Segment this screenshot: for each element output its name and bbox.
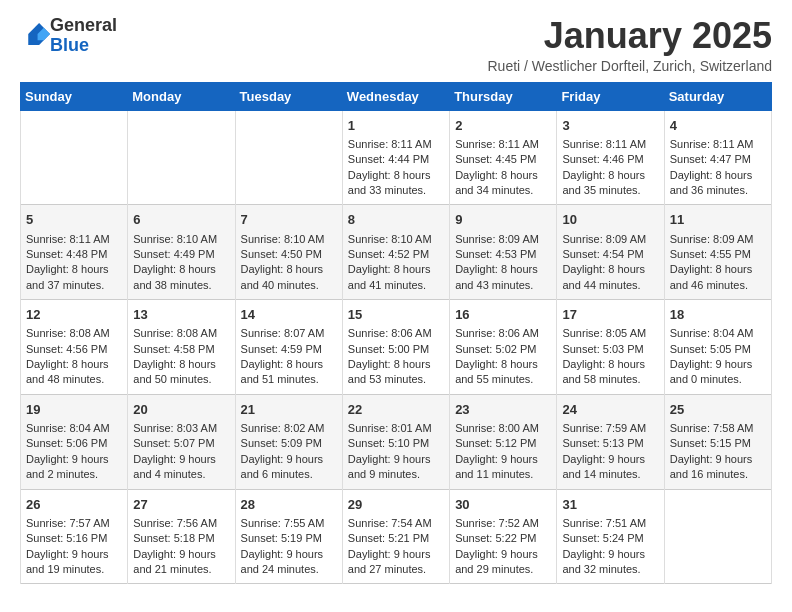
day-number: 14	[241, 306, 337, 324]
day-info: Sunrise: 7:52 AM Sunset: 5:22 PM Dayligh…	[455, 517, 539, 575]
day-info: Sunrise: 8:00 AM Sunset: 5:12 PM Dayligh…	[455, 422, 539, 480]
logo: General Blue	[20, 16, 117, 56]
day-number: 12	[26, 306, 122, 324]
day-number: 22	[348, 401, 444, 419]
calendar-cell: 20Sunrise: 8:03 AM Sunset: 5:07 PM Dayli…	[128, 394, 235, 489]
calendar-cell: 29Sunrise: 7:54 AM Sunset: 5:21 PM Dayli…	[342, 489, 449, 584]
day-info: Sunrise: 8:03 AM Sunset: 5:07 PM Dayligh…	[133, 422, 217, 480]
calendar-cell: 5Sunrise: 8:11 AM Sunset: 4:48 PM Daylig…	[21, 205, 128, 300]
calendar-cell: 2Sunrise: 8:11 AM Sunset: 4:45 PM Daylig…	[450, 110, 557, 205]
day-info: Sunrise: 8:08 AM Sunset: 4:58 PM Dayligh…	[133, 327, 217, 385]
day-number: 10	[562, 211, 658, 229]
day-number: 29	[348, 496, 444, 514]
calendar-cell: 4Sunrise: 8:11 AM Sunset: 4:47 PM Daylig…	[664, 110, 771, 205]
day-number: 18	[670, 306, 766, 324]
day-info: Sunrise: 8:04 AM Sunset: 5:05 PM Dayligh…	[670, 327, 754, 385]
day-number: 20	[133, 401, 229, 419]
day-info: Sunrise: 8:09 AM Sunset: 4:55 PM Dayligh…	[670, 233, 754, 291]
day-number: 5	[26, 211, 122, 229]
day-number: 7	[241, 211, 337, 229]
calendar-page: General Blue January 2025 Rueti / Westli…	[0, 0, 792, 604]
month-title: January 2025	[488, 16, 773, 56]
calendar-cell: 10Sunrise: 8:09 AM Sunset: 4:54 PM Dayli…	[557, 205, 664, 300]
calendar-cell: 8Sunrise: 8:10 AM Sunset: 4:52 PM Daylig…	[342, 205, 449, 300]
day-number: 31	[562, 496, 658, 514]
calendar-cell: 26Sunrise: 7:57 AM Sunset: 5:16 PM Dayli…	[21, 489, 128, 584]
calendar-cell: 13Sunrise: 8:08 AM Sunset: 4:58 PM Dayli…	[128, 300, 235, 395]
day-number: 2	[455, 117, 551, 135]
day-info: Sunrise: 8:11 AM Sunset: 4:45 PM Dayligh…	[455, 138, 539, 196]
calendar-cell	[128, 110, 235, 205]
calendar-cell: 28Sunrise: 7:55 AM Sunset: 5:19 PM Dayli…	[235, 489, 342, 584]
header-sunday: Sunday	[21, 82, 128, 110]
header-wednesday: Wednesday	[342, 82, 449, 110]
calendar-cell: 17Sunrise: 8:05 AM Sunset: 5:03 PM Dayli…	[557, 300, 664, 395]
day-number: 25	[670, 401, 766, 419]
calendar-cell: 22Sunrise: 8:01 AM Sunset: 5:10 PM Dayli…	[342, 394, 449, 489]
calendar-cell: 12Sunrise: 8:08 AM Sunset: 4:56 PM Dayli…	[21, 300, 128, 395]
day-number: 9	[455, 211, 551, 229]
day-number: 26	[26, 496, 122, 514]
day-info: Sunrise: 8:06 AM Sunset: 5:02 PM Dayligh…	[455, 327, 539, 385]
calendar-cell: 3Sunrise: 8:11 AM Sunset: 4:46 PM Daylig…	[557, 110, 664, 205]
day-info: Sunrise: 7:58 AM Sunset: 5:15 PM Dayligh…	[670, 422, 754, 480]
calendar-cell: 15Sunrise: 8:06 AM Sunset: 5:00 PM Dayli…	[342, 300, 449, 395]
day-info: Sunrise: 7:54 AM Sunset: 5:21 PM Dayligh…	[348, 517, 432, 575]
day-number: 19	[26, 401, 122, 419]
logo-icon	[22, 20, 50, 48]
day-info: Sunrise: 8:10 AM Sunset: 4:50 PM Dayligh…	[241, 233, 325, 291]
day-info: Sunrise: 8:11 AM Sunset: 4:46 PM Dayligh…	[562, 138, 646, 196]
day-info: Sunrise: 8:06 AM Sunset: 5:00 PM Dayligh…	[348, 327, 432, 385]
calendar-cell: 6Sunrise: 8:10 AM Sunset: 4:49 PM Daylig…	[128, 205, 235, 300]
header: General Blue January 2025 Rueti / Westli…	[20, 16, 772, 74]
day-info: Sunrise: 7:57 AM Sunset: 5:16 PM Dayligh…	[26, 517, 110, 575]
calendar-cell: 19Sunrise: 8:04 AM Sunset: 5:06 PM Dayli…	[21, 394, 128, 489]
calendar-cell: 7Sunrise: 8:10 AM Sunset: 4:50 PM Daylig…	[235, 205, 342, 300]
calendar-cell: 9Sunrise: 8:09 AM Sunset: 4:53 PM Daylig…	[450, 205, 557, 300]
calendar-cell: 23Sunrise: 8:00 AM Sunset: 5:12 PM Dayli…	[450, 394, 557, 489]
day-number: 27	[133, 496, 229, 514]
day-number: 30	[455, 496, 551, 514]
logo-blue: Blue	[50, 35, 89, 55]
calendar-cell: 24Sunrise: 7:59 AM Sunset: 5:13 PM Dayli…	[557, 394, 664, 489]
calendar-header-row: SundayMondayTuesdayWednesdayThursdayFrid…	[21, 82, 772, 110]
header-saturday: Saturday	[664, 82, 771, 110]
day-info: Sunrise: 7:59 AM Sunset: 5:13 PM Dayligh…	[562, 422, 646, 480]
header-thursday: Thursday	[450, 82, 557, 110]
header-monday: Monday	[128, 82, 235, 110]
logo-general: General	[50, 15, 117, 35]
logo-text: General Blue	[50, 16, 117, 56]
day-info: Sunrise: 8:10 AM Sunset: 4:52 PM Dayligh…	[348, 233, 432, 291]
day-number: 23	[455, 401, 551, 419]
location: Rueti / Westlicher Dorfteil, Zurich, Swi…	[488, 58, 773, 74]
day-info: Sunrise: 8:02 AM Sunset: 5:09 PM Dayligh…	[241, 422, 325, 480]
day-info: Sunrise: 7:55 AM Sunset: 5:19 PM Dayligh…	[241, 517, 325, 575]
calendar-cell: 25Sunrise: 7:58 AM Sunset: 5:15 PM Dayli…	[664, 394, 771, 489]
day-info: Sunrise: 8:11 AM Sunset: 4:48 PM Dayligh…	[26, 233, 110, 291]
day-info: Sunrise: 7:56 AM Sunset: 5:18 PM Dayligh…	[133, 517, 217, 575]
calendar-cell	[235, 110, 342, 205]
day-number: 21	[241, 401, 337, 419]
calendar-cell: 31Sunrise: 7:51 AM Sunset: 5:24 PM Dayli…	[557, 489, 664, 584]
day-info: Sunrise: 8:01 AM Sunset: 5:10 PM Dayligh…	[348, 422, 432, 480]
day-info: Sunrise: 8:05 AM Sunset: 5:03 PM Dayligh…	[562, 327, 646, 385]
week-row-3: 12Sunrise: 8:08 AM Sunset: 4:56 PM Dayli…	[21, 300, 772, 395]
day-info: Sunrise: 8:09 AM Sunset: 4:53 PM Dayligh…	[455, 233, 539, 291]
week-row-4: 19Sunrise: 8:04 AM Sunset: 5:06 PM Dayli…	[21, 394, 772, 489]
day-number: 24	[562, 401, 658, 419]
day-info: Sunrise: 8:10 AM Sunset: 4:49 PM Dayligh…	[133, 233, 217, 291]
calendar-cell: 14Sunrise: 8:07 AM Sunset: 4:59 PM Dayli…	[235, 300, 342, 395]
calendar-cell: 27Sunrise: 7:56 AM Sunset: 5:18 PM Dayli…	[128, 489, 235, 584]
header-friday: Friday	[557, 82, 664, 110]
day-info: Sunrise: 8:07 AM Sunset: 4:59 PM Dayligh…	[241, 327, 325, 385]
week-row-2: 5Sunrise: 8:11 AM Sunset: 4:48 PM Daylig…	[21, 205, 772, 300]
day-info: Sunrise: 8:11 AM Sunset: 4:47 PM Dayligh…	[670, 138, 754, 196]
day-info: Sunrise: 8:08 AM Sunset: 4:56 PM Dayligh…	[26, 327, 110, 385]
title-block: January 2025 Rueti / Westlicher Dorfteil…	[488, 16, 773, 74]
day-number: 15	[348, 306, 444, 324]
day-number: 28	[241, 496, 337, 514]
day-number: 3	[562, 117, 658, 135]
day-info: Sunrise: 8:09 AM Sunset: 4:54 PM Dayligh…	[562, 233, 646, 291]
day-number: 4	[670, 117, 766, 135]
calendar-cell: 21Sunrise: 8:02 AM Sunset: 5:09 PM Dayli…	[235, 394, 342, 489]
